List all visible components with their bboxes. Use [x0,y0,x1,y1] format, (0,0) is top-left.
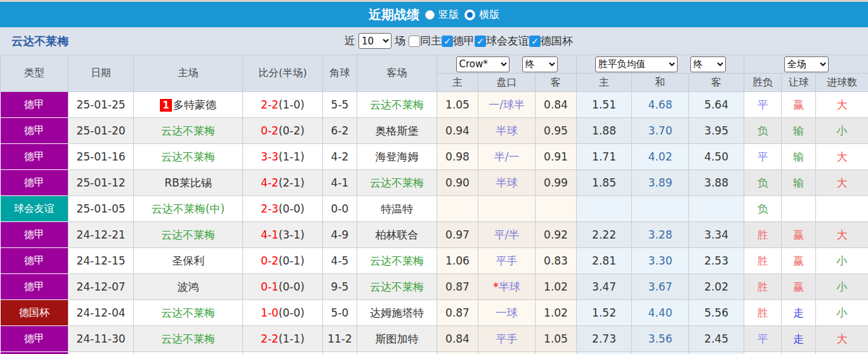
cell-goals: 大 [816,222,868,248]
cell-empty [478,352,536,354]
cell-away-team: 云达不莱梅 [357,92,437,118]
german-cup-checkbox[interactable]: ✓ [529,36,541,47]
odds-company-select[interactable]: Crow* [456,56,510,72]
cell-avg-draw: 4.40 [632,300,689,326]
cell-odds-home: 1.06 [437,248,478,274]
scope-select-cell: 全场 [744,55,868,74]
cell-avg-draw: 3.89 [632,170,689,196]
cell-home-team: 云达不莱梅 [134,326,243,352]
cell-goals: 小 [816,274,868,300]
cell-handicap-result: 输 [782,170,816,196]
cell-empty [437,352,478,354]
vertical-layout-label[interactable]: 竖版 [438,8,459,22]
table-row: 德甲24-11-30云达不莱梅2-2(1-1)11-2斯图加特0.84平手1.0… [1,326,868,352]
cell-handicap: 一球 [478,300,536,326]
cell-competition: 德甲 [1,222,69,248]
club-friendly-checkbox[interactable]: ✓ [475,36,486,47]
col-header-corners: 角球 [323,55,357,92]
cell-competition: 德甲 [1,274,69,300]
cell-empty [357,352,437,354]
col-header-type: 类型 [1,55,69,92]
cell-result: 负 [744,170,782,196]
cell-result: 平 [744,144,782,170]
cell-avg-home: 2.81 [577,248,632,274]
cell-avg-away: 4.50 [689,144,744,170]
recent-count-select[interactable]: 10 [358,33,391,49]
cell-avg-draw: 3.70 [632,118,689,144]
cell-handicap [478,196,536,222]
cell-competition: 德甲 [1,170,69,196]
cell-away-team: 云达不莱梅 [357,248,437,274]
cell-home-team: 波鸿 [134,274,243,300]
avg-time-select[interactable]: 终 [690,56,726,72]
horizontal-layout-label[interactable]: 横版 [479,8,499,22]
cell-handicap: 平/半 [478,222,536,248]
horizontal-layout-radio[interactable]: 横版 [464,8,499,22]
filter-group: 近 10 场 同主✓德甲✓球会友谊✓德国杯 [345,27,573,55]
cell-odds-home: 0.87 [437,300,478,326]
bundesliga-checkbox[interactable]: ✓ [442,36,453,47]
cell-score: 0-2(0-2) [243,118,323,144]
col-header-date: 日期 [69,55,134,92]
cell-empty [69,352,134,354]
cell-score: 2-2(1-1) [243,326,323,352]
cell-empty [816,352,868,354]
cell-odds-home: 0.84 [437,326,478,352]
cell-date: 25-01-20 [69,118,134,144]
cell-handicap-result: 赢 [782,92,816,118]
cell-empty [134,352,243,354]
cell-date: 24-12-07 [69,274,134,300]
cell-result: 负 [744,118,782,144]
cell-empty [323,352,357,354]
cell-score: 0-2(0-1) [243,248,323,274]
rank-badge: 1 [160,99,171,112]
radio-off-icon[interactable] [425,10,435,20]
col-header-home: 主场 [134,55,243,92]
col-header-odds-home: 主 [437,74,478,92]
cell-away-team: 奥格斯堡 [357,118,437,144]
cell-score: 1-0(0-0) [243,300,323,326]
near-label: 近 [345,34,355,48]
same-home-checkbox[interactable] [409,36,420,47]
cell-handicap: 平手 [478,326,536,352]
cell-away-team: 达姆施塔特 [357,300,437,326]
vertical-layout-radio[interactable]: 竖版 [425,8,459,22]
cell-odds-away: 0.92 [536,222,577,248]
col-header-avg-home: 主 [577,74,632,92]
cell-avg-away: 2.02 [689,274,744,300]
cell-date: 24-12-04 [69,300,134,326]
cell-odds-home: 0.94 [437,118,478,144]
cell-avg-home [577,196,632,222]
table-row: 德甲24-12-07波鸿0-1(0-0)9-5云达不莱梅0.87*半球1.023… [1,274,868,300]
odds-time-select[interactable]: 终 [522,56,558,72]
cell-result: 平 [744,92,782,118]
cell-odds-home: 0.98 [437,144,478,170]
checkbox-label[interactable]: 球会友谊 [486,34,529,47]
cell-avg-draw: 3.67 [632,274,689,300]
cell-empty [689,352,744,354]
avg-metric-select[interactable]: 胜平负均值 [595,56,678,72]
cell-odds-away: 0.84 [536,92,577,118]
cell-odds-home: 0.90 [437,170,478,196]
table-row: 德甲25-01-12RB莱比锡4-2(2-1)4-1云达不莱梅0.90半球0.9… [1,170,868,196]
results-tbody: 德甲25-01-251多特蒙德2-2(1-0)5-5云达不莱梅1.05一/球半0… [1,92,868,354]
cell-corners: 4-9 [323,222,357,248]
cell-goals: 大 [816,144,868,170]
table-row: 德国杯24-12-04云达不莱梅1-0(0-0)5-0达姆施塔特0.87一球1.… [1,300,868,326]
cell-odds-away: 0.99 [536,170,577,196]
table-row: 德甲25-01-16云达不莱梅3-3(1-1)4-2海登海姆0.98半/一0.9… [1,144,868,170]
cell-handicap-result: 输 [782,118,816,144]
cell-empty [536,352,577,354]
cell-avg-draw: 3.28 [632,222,689,248]
match-scope-select[interactable]: 全场 [784,56,829,72]
cell-score: 2-3(0-0) [243,196,323,222]
checkbox-label[interactable]: 德甲 [453,34,475,47]
checkbox-label[interactable]: 同主 [420,34,442,47]
radio-on-icon[interactable] [464,10,475,20]
cell-avg-away: 5.56 [689,300,744,326]
cell-date: 25-01-05 [69,196,134,222]
checkbox-label[interactable]: 德国杯 [541,34,573,47]
cell-avg-draw [632,196,689,222]
cell-avg-home: 1.88 [577,118,632,144]
cell-result: 平 [744,326,782,352]
